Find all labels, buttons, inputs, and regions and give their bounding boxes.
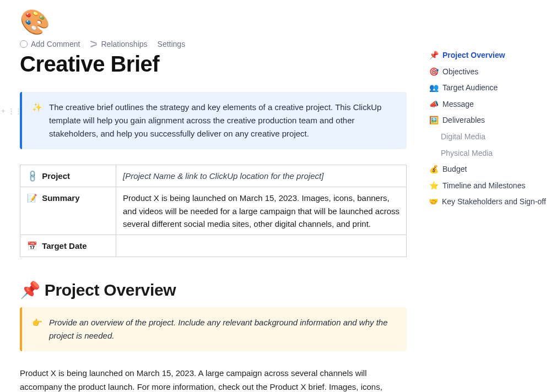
pushpin-icon: 📌 <box>20 280 40 300</box>
settings-label: Settings <box>158 40 186 48</box>
table-row[interactable]: 🔗 Project [Project Name & link to ClickU… <box>20 165 407 187</box>
section-heading-overview[interactable]: 📌 Project Overview <box>20 280 407 300</box>
row-value[interactable]: Product X is being launched on March 15,… <box>116 187 407 235</box>
toc-item-budget[interactable]: 💰 Budget <box>428 161 545 178</box>
toc-item-timeline[interactable]: ⭐ Timeline and Milestones <box>428 178 545 194</box>
row-label: Summary <box>42 193 79 203</box>
add-comment-button[interactable]: Add Comment <box>20 40 80 48</box>
megaphone-icon: 📣 <box>429 99 439 110</box>
toc-item-target-audience[interactable]: 👥 Target Audience <box>428 80 545 96</box>
table-row[interactable]: 📝 Summary Product X is being launched on… <box>20 187 407 235</box>
toc-label: Message <box>442 99 474 110</box>
calendar-icon: 📅 <box>27 241 37 251</box>
overview-hint-callout[interactable]: 👉 Provide an overview of the project. In… <box>20 307 407 351</box>
document-main: 🎨 Add Comment Relationships Settings Cre… <box>0 0 423 392</box>
page-toolbar: Add Comment Relationships Settings <box>20 40 407 48</box>
toc-item-physical-media[interactable]: Physical Media <box>428 145 545 162</box>
settings-button[interactable]: Settings <box>158 40 186 48</box>
moneybag-icon: 💰 <box>429 164 439 175</box>
row-value[interactable] <box>116 235 407 257</box>
sparkles-icon: ✨ <box>32 101 42 140</box>
section-heading-text: Project Overview <box>45 281 176 300</box>
row-value[interactable]: [Project Name & link to ClickUp location… <box>116 165 407 187</box>
toc-label: Budget <box>442 164 467 175</box>
add-block-icon[interactable]: + <box>1 107 6 115</box>
toc-item-stakeholders[interactable]: 🤝 Key Stakeholders and Sign-off <box>428 194 545 210</box>
relationships-icon <box>90 40 98 48</box>
toc-label: Objectives <box>442 67 478 78</box>
intro-callout-text: The creative brief outlines the strategy… <box>49 101 397 140</box>
intro-callout[interactable]: ✨ The creative brief outlines the strate… <box>20 92 407 149</box>
row-label: Target Date <box>42 241 87 251</box>
table-row[interactable]: 📅 Target Date <box>20 235 407 257</box>
toc-sidebar: 📌 Project Overview 🎯 Objectives 👥 Target… <box>423 0 551 392</box>
relationships-button[interactable]: Relationships <box>90 40 147 48</box>
toc-label: Digital Media <box>441 132 485 143</box>
toc-label: Physical Media <box>441 148 493 159</box>
comment-icon <box>20 40 28 48</box>
add-comment-label: Add Comment <box>31 40 80 48</box>
target-icon: 🎯 <box>429 67 439 78</box>
toc-item-message[interactable]: 📣 Message <box>428 96 545 113</box>
toc-label: Target Audience <box>442 83 498 94</box>
star-icon: ⭐ <box>429 181 439 192</box>
page-title[interactable]: Creative Brief <box>20 52 407 77</box>
people-icon: 👥 <box>429 83 439 94</box>
toc-label: Project Overview <box>442 50 505 61</box>
toc-item-project-overview[interactable]: 📌 Project Overview <box>428 47 545 64</box>
overview-body-text[interactable]: Product X is being launched on March 15,… <box>20 367 407 392</box>
page-icon[interactable]: 🎨 <box>20 10 407 34</box>
picture-icon: 🖼️ <box>429 115 439 126</box>
project-info-table: 🔗 Project [Project Name & link to ClickU… <box>20 165 407 257</box>
toc-label: Key Stakeholders and Sign-off <box>442 197 546 208</box>
link-icon: 🔗 <box>24 168 41 184</box>
memo-icon: 📝 <box>27 193 37 203</box>
overview-hint-text: Provide an overview of the project. Incl… <box>49 316 397 342</box>
relationships-label: Relationships <box>101 40 147 48</box>
toc-label: Deliverables <box>442 115 485 126</box>
pointing-right-icon: 👉 <box>32 316 42 342</box>
toc-label: Timeline and Milestones <box>442 181 525 192</box>
row-label: Project <box>42 171 70 181</box>
toc-item-objectives[interactable]: 🎯 Objectives <box>428 64 545 80</box>
toc-item-digital-media[interactable]: Digital Media <box>428 129 545 145</box>
toc-item-deliverables[interactable]: 🖼️ Deliverables <box>428 112 545 129</box>
pushpin-icon: 📌 <box>429 50 439 61</box>
block-gutter-controls[interactable]: + ⋮⋮ <box>1 107 22 115</box>
handshake-icon: 🤝 <box>429 197 438 208</box>
